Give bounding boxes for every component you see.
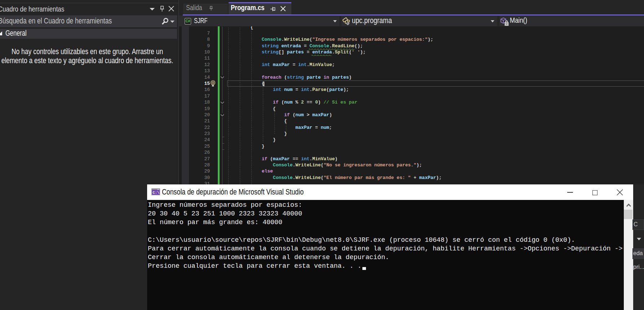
svg-text:C:\: C:\: [153, 191, 159, 195]
